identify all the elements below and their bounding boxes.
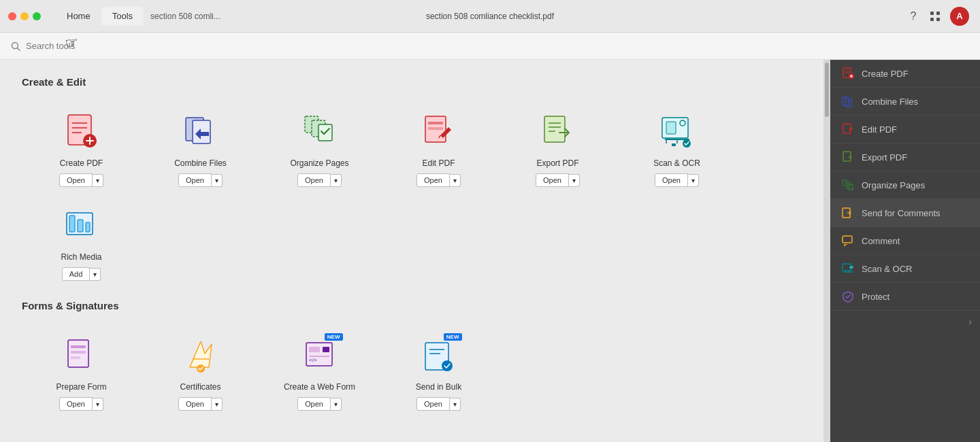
prepare-form-open-arrow[interactable]: ▾	[93, 398, 103, 411]
organize-pages-open-arrow[interactable]: ▾	[331, 174, 342, 187]
svg-rect-19	[428, 122, 443, 124]
search-input[interactable]	[26, 41, 230, 51]
panel-comment[interactable]: Comment	[830, 227, 980, 255]
edit-pdf-label: Edit PDF	[422, 158, 455, 168]
create-web-form-card[interactable]: NEW </> Create a Web Form Open ▾	[260, 325, 379, 419]
scrollbar[interactable]	[823, 60, 830, 442]
send-in-bulk-card[interactable]: NEW Send in Bulk Open ▾	[379, 325, 498, 419]
rich-media-card[interactable]: Rich Media Add ▾	[22, 195, 141, 289]
export-pdf-card[interactable]: Export PDF Open ▾	[498, 101, 617, 195]
search-icon	[11, 41, 20, 51]
help-icon[interactable]: ?	[906, 10, 920, 23]
panel-send-for-comments-icon	[841, 206, 855, 220]
panel-organize-pages-icon	[841, 178, 855, 192]
edit-pdf-icon	[419, 112, 459, 153]
panel-create-pdf-icon	[841, 67, 855, 80]
forms-signatures-grid: Prepare Form Open ▾	[22, 325, 802, 419]
create-pdf-card[interactable]: Create PDF Open ▾	[22, 101, 141, 195]
organize-pages-open-button[interactable]: Open	[297, 173, 331, 187]
scan-ocr-card[interactable]: Scan & OCR Open ▾	[617, 101, 736, 195]
rich-media-add-button[interactable]: Add	[62, 267, 91, 281]
create-web-form-open-arrow[interactable]: ▾	[331, 398, 342, 411]
new-badge-web-form: NEW	[325, 333, 343, 341]
edit-pdf-card[interactable]: Edit PDF Open ▾	[379, 101, 498, 195]
searchbar	[0, 33, 980, 60]
combine-files-card[interactable]: Combine Files Open ▾	[141, 101, 260, 195]
create-pdf-open-arrow[interactable]: ▾	[93, 174, 103, 187]
scrollbar-thumb[interactable]	[825, 63, 829, 117]
svg-rect-41	[71, 351, 86, 354]
organize-pages-card[interactable]: Organize Pages Open ▾	[260, 101, 379, 195]
panel-scan-ocr-icon	[841, 262, 855, 275]
panel-comment-icon	[841, 234, 855, 248]
certificates-open-button[interactable]: Open	[178, 397, 212, 411]
edit-pdf-open-button[interactable]: Open	[416, 173, 450, 187]
organize-pages-label: Organize Pages	[290, 158, 348, 168]
edit-pdf-open-arrow[interactable]: ▾	[450, 174, 461, 187]
minimize-button[interactable]	[20, 12, 29, 20]
avatar[interactable]: A	[950, 7, 969, 26]
create-web-form-open-button[interactable]: Open	[297, 397, 331, 411]
scan-ocr-icon	[657, 112, 698, 153]
scan-ocr-open-button[interactable]: Open	[655, 173, 688, 187]
svg-rect-68	[843, 236, 852, 243]
svg-rect-2	[930, 18, 934, 21]
send-in-bulk-open-button[interactable]: Open	[416, 397, 450, 411]
prepare-form-label: Prepare Form	[56, 382, 106, 392]
certificates-card[interactable]: Certificates Open ▾	[141, 325, 260, 419]
svg-rect-46	[309, 347, 320, 352]
close-button[interactable]	[8, 12, 16, 20]
panel-send-for-comments[interactable]: Send for Comments	[830, 199, 980, 227]
svg-point-53	[442, 360, 453, 371]
maximize-button[interactable]	[33, 12, 41, 20]
panel-expand[interactable]: ›	[830, 311, 980, 333]
combine-files-label: Combine Files	[174, 158, 227, 168]
panel-send-for-comments-label: Send for Comments	[862, 208, 941, 218]
combine-files-open-button[interactable]: Open	[178, 173, 212, 187]
create-edit-heading: Create & Edit	[22, 76, 802, 88]
rich-media-add-arrow[interactable]: ▾	[90, 268, 101, 281]
export-pdf-icon	[538, 112, 578, 153]
panel-scan-ocr[interactable]: Scan & OCR	[830, 255, 980, 283]
panel-create-pdf[interactable]: Create PDF	[830, 60, 980, 88]
svg-text:</>: </>	[309, 357, 317, 363]
prepare-form-open-button[interactable]: Open	[59, 397, 93, 411]
traffic-lights	[0, 12, 49, 20]
home-tab[interactable]: Home	[56, 7, 101, 25]
panel-combine-files-label: Combine Files	[862, 97, 918, 107]
svg-rect-27	[666, 122, 676, 134]
svg-rect-42	[71, 356, 80, 359]
svg-rect-36	[69, 216, 75, 232]
breadcrumb: section 508 comli...	[150, 12, 220, 21]
panel-edit-pdf-label: Edit PDF	[862, 124, 897, 135]
create-pdf-open-button[interactable]: Open	[59, 173, 93, 187]
certificates-icon	[180, 336, 221, 377]
export-pdf-open-button[interactable]: Open	[536, 173, 569, 187]
create-web-form-icon: NEW </>	[299, 336, 340, 377]
tools-tab[interactable]: Tools	[101, 7, 144, 25]
combine-files-open-arrow[interactable]: ▾	[212, 174, 223, 187]
create-pdf-buttons: Open ▾	[59, 173, 103, 187]
rich-media-icon	[61, 206, 102, 247]
topbar: Home Tools section 508 comli... section …	[0, 0, 980, 33]
main-layout: Create & Edit	[0, 60, 980, 442]
right-panel: Create PDF Combine Files Edit PDF	[830, 60, 980, 442]
panel-combine-files-icon	[841, 95, 855, 108]
export-pdf-open-arrow[interactable]: ▾	[569, 174, 580, 187]
window-title: section 508 comliance checklist.pdf	[426, 12, 554, 21]
grid-icon[interactable]	[928, 10, 942, 23]
send-in-bulk-open-arrow[interactable]: ▾	[450, 398, 461, 411]
panel-organize-pages[interactable]: Organize Pages	[830, 171, 980, 199]
panel-combine-files[interactable]: Combine Files	[830, 88, 980, 116]
panel-edit-pdf[interactable]: Edit PDF	[830, 116, 980, 143]
panel-export-pdf[interactable]: Export PDF	[830, 143, 980, 171]
rich-media-label: Rich Media	[61, 252, 101, 262]
scan-ocr-open-arrow[interactable]: ▾	[688, 174, 699, 187]
prepare-form-card[interactable]: Prepare Form Open ▾	[22, 325, 141, 419]
panel-expand-arrow[interactable]: ›	[968, 316, 972, 327]
panel-edit-pdf-icon	[841, 122, 855, 136]
panel-export-pdf-icon	[841, 150, 855, 164]
svg-rect-47	[323, 347, 329, 352]
panel-protect[interactable]: Protect	[830, 283, 980, 311]
certificates-open-arrow[interactable]: ▾	[212, 398, 223, 411]
